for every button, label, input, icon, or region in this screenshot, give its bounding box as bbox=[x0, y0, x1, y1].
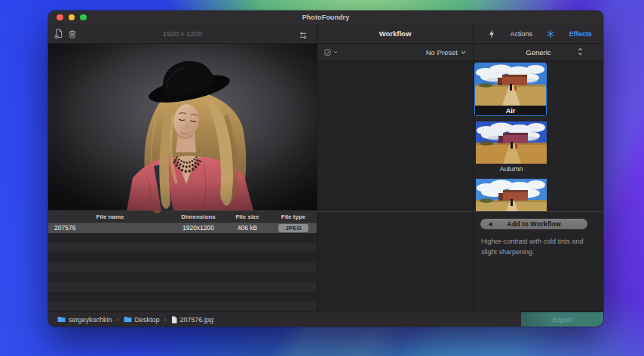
effects-panel: Generic bbox=[474, 44, 603, 312]
table-row-empty bbox=[48, 282, 317, 292]
workflow-detail-area bbox=[317, 211, 473, 312]
effect-thumbnail-autumn[interactable]: Autumn bbox=[476, 121, 547, 173]
portrait-photo bbox=[48, 44, 317, 210]
tab-actions[interactable]: Actions bbox=[511, 30, 533, 38]
title-bar: PhotoFoundry bbox=[48, 11, 603, 24]
breadcrumb-desktop[interactable]: Desktop bbox=[135, 316, 160, 324]
browser-panel: File name Dimensions File size File type… bbox=[48, 44, 317, 312]
photofoundry-window: PhotoFoundry 1920 x 1200 bbox=[48, 11, 603, 327]
workflow-preset-bar: No Preset bbox=[317, 44, 473, 61]
effect-thumbnail-third[interactable] bbox=[476, 179, 547, 211]
effect-category-popup[interactable]: Generic bbox=[474, 44, 603, 61]
status-bar: sergeykochkin › Desktop › 207576.jpg Exp… bbox=[48, 312, 603, 327]
effect-description: Higher-contrast with cold tints and slig… bbox=[481, 237, 596, 257]
popup-updown-icon bbox=[578, 48, 583, 56]
cell-dimensions: 1920x1200 bbox=[172, 224, 225, 232]
column-file-size[interactable]: File size bbox=[225, 213, 270, 220]
sparkle-snowflake-icon bbox=[546, 29, 555, 38]
folder-icon bbox=[57, 316, 66, 323]
effects-list: Air bbox=[474, 61, 603, 211]
file-table-header: File name Dimensions File size File type bbox=[48, 210, 317, 222]
breadcrumb-separator: › bbox=[117, 316, 119, 324]
cell-file-type: JPEG bbox=[270, 224, 317, 232]
cell-file-size: 406 kB bbox=[225, 224, 270, 232]
photo-preview[interactable] bbox=[48, 44, 317, 210]
column-file-type[interactable]: File type bbox=[270, 213, 317, 220]
workflow-steps-area[interactable] bbox=[317, 61, 473, 211]
header-row: 1920 x 1200 Workflow Actions bbox=[48, 24, 603, 44]
swap-arrows-icon bbox=[298, 31, 308, 40]
table-row-empty bbox=[48, 272, 317, 282]
preset-dropdown[interactable]: No Preset bbox=[426, 48, 466, 57]
compare-toggle-button[interactable] bbox=[296, 29, 310, 42]
image-dimensions-label: 1920 x 1200 bbox=[48, 29, 317, 38]
chevron-down-icon bbox=[333, 51, 338, 54]
file-list-empty-area bbox=[48, 233, 317, 312]
workflow-panel-title: Workflow bbox=[379, 29, 412, 38]
table-row-selected[interactable]: 207576 1920x1200 406 kB JPEG bbox=[48, 222, 317, 233]
breadcrumb-file[interactable]: 207576.jpg bbox=[180, 316, 214, 324]
file-icon bbox=[171, 316, 177, 324]
window-title: PhotoFoundry bbox=[48, 14, 603, 21]
cell-file-name: 207576 bbox=[48, 224, 172, 232]
table-row-empty bbox=[48, 253, 317, 262]
checkbox-menu-icon bbox=[324, 49, 331, 56]
workflow-panel: No Preset bbox=[317, 44, 474, 312]
tab-actions-icon-slot[interactable] bbox=[485, 27, 498, 41]
export-button[interactable]: Export bbox=[521, 312, 603, 327]
table-row-empty bbox=[48, 292, 317, 302]
table-row-empty bbox=[48, 233, 317, 243]
lightning-icon bbox=[489, 29, 495, 38]
chevron-down-icon bbox=[461, 51, 466, 54]
effect-thumbnail-air[interactable]: Air bbox=[474, 63, 547, 116]
tab-effects-icon-slot[interactable] bbox=[544, 27, 557, 41]
table-row-empty bbox=[48, 243, 317, 253]
breadcrumb-user-folder[interactable]: sergeykochkin bbox=[69, 316, 112, 324]
column-dimensions[interactable]: Dimensions bbox=[172, 213, 225, 220]
add-to-workflow-button[interactable]: Add to Workflow bbox=[480, 219, 587, 229]
table-row-empty bbox=[48, 302, 317, 312]
effect-label-autumn: Autumn bbox=[476, 165, 547, 173]
effect-detail-area: Add to Workflow Higher-contrast with col… bbox=[474, 211, 603, 312]
folder-icon bbox=[124, 316, 132, 323]
column-file-name[interactable]: File name bbox=[48, 213, 172, 220]
left-triangle-icon bbox=[488, 222, 492, 227]
tab-effects[interactable]: Effects bbox=[569, 30, 592, 38]
effect-label-air: Air bbox=[475, 106, 546, 115]
file-type-badge: JPEG bbox=[278, 224, 308, 232]
breadcrumb-separator: › bbox=[164, 316, 167, 324]
table-row-empty bbox=[48, 262, 317, 272]
workflow-options-menu[interactable] bbox=[324, 49, 338, 56]
